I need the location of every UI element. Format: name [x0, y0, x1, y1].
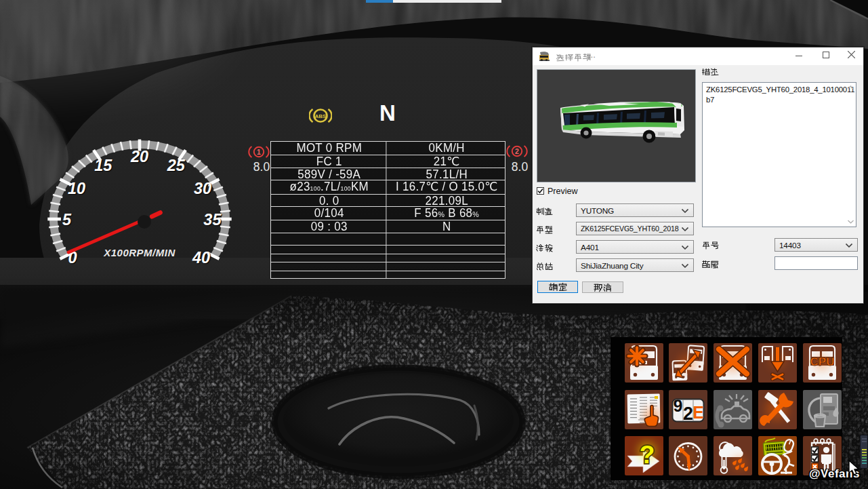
svg-text:X100RPM/MIN: X100RPM/MIN — [103, 247, 175, 258]
svg-text:2: 2 — [515, 147, 519, 155]
svg-text:2: 2 — [683, 404, 693, 424]
svg-text:30: 30 — [194, 180, 211, 197]
svg-text:5: 5 — [62, 211, 72, 229]
svg-text:35: 35 — [203, 211, 222, 229]
svg-text:?: ? — [639, 441, 655, 469]
svg-text:ABS: ABS — [315, 113, 327, 119]
svg-text:CPU: CPU — [810, 355, 834, 368]
svg-text:25: 25 — [167, 157, 186, 174]
svg-text:40: 40 — [192, 249, 210, 267]
svg-text:1: 1 — [257, 148, 261, 156]
svg-text:15: 15 — [94, 157, 112, 174]
svg-text:20: 20 — [130, 148, 148, 165]
svg-text:E: E — [693, 403, 704, 422]
svg-text:10: 10 — [68, 180, 85, 197]
